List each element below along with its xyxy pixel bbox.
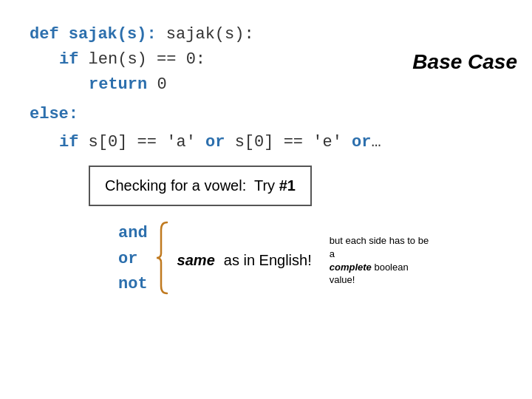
keyword-if-1: if bbox=[59, 47, 78, 72]
keyword-return: return bbox=[89, 72, 147, 98]
brace-container bbox=[155, 221, 170, 295]
keyword-if-2: if bbox=[59, 130, 78, 155]
keyword-def: def sajak(s): bbox=[30, 22, 157, 47]
return-val: 0 bbox=[147, 72, 166, 98]
keyword-else: else: bbox=[30, 102, 78, 127]
code-block-else: else: if s[0] == 'a' or s[0] == 'e' or …… bbox=[30, 102, 502, 212]
keyword-or-inline-2: or bbox=[352, 130, 371, 155]
keyword-or-inline: or bbox=[205, 130, 225, 155]
keyword-or: or bbox=[118, 247, 137, 272]
line-not: not bbox=[118, 272, 148, 297]
len-expr: len(s) == 0: bbox=[78, 47, 205, 72]
func-name: sajak(s): bbox=[157, 22, 254, 47]
line-def: def sajak(s): sajak(s): bbox=[30, 22, 502, 47]
line-return: return 0 bbox=[30, 72, 502, 98]
keyword-and: and bbox=[118, 221, 148, 246]
vowel-box-wrapper: Checking for a vowel: Try #1 bbox=[30, 160, 502, 212]
side-note-line1: but each side has to be a bbox=[330, 235, 429, 259]
and-or-not-section: and or not same as in English! but each … bbox=[30, 221, 502, 296]
line-or: or bbox=[118, 247, 148, 272]
ellipsis: … bbox=[372, 130, 381, 155]
keyword-not: not bbox=[118, 272, 148, 297]
vowel-box: Checking for a vowel: Try #1 bbox=[89, 166, 312, 206]
slide: def sajak(s): sajak(s): if len(s) == 0: … bbox=[0, 0, 532, 399]
as-in-english-text: as in English! bbox=[224, 252, 312, 269]
base-case-label: Base Case bbox=[412, 50, 517, 74]
and-or-not-words: and or not bbox=[118, 221, 148, 296]
s0-expr: s[0] == 'a' bbox=[78, 130, 205, 155]
same-text: same bbox=[177, 252, 215, 269]
vowel-box-text: Checking for a vowel: Try bbox=[105, 177, 279, 194]
line-else: else: bbox=[30, 102, 502, 127]
side-note-complete: complete bbox=[330, 262, 372, 273]
same-english-section: same as in English! but each side has to… bbox=[177, 234, 433, 286]
line-and: and bbox=[118, 221, 148, 246]
side-note: but each side has to be a complete boole… bbox=[330, 234, 433, 286]
s0-expr-2: s[0] == 'e' bbox=[225, 130, 352, 155]
line-if-s0: if s[0] == 'a' or s[0] == 'e' or … bbox=[30, 130, 502, 155]
vowel-box-try: #1 bbox=[279, 177, 296, 194]
brace-icon bbox=[155, 221, 170, 295]
